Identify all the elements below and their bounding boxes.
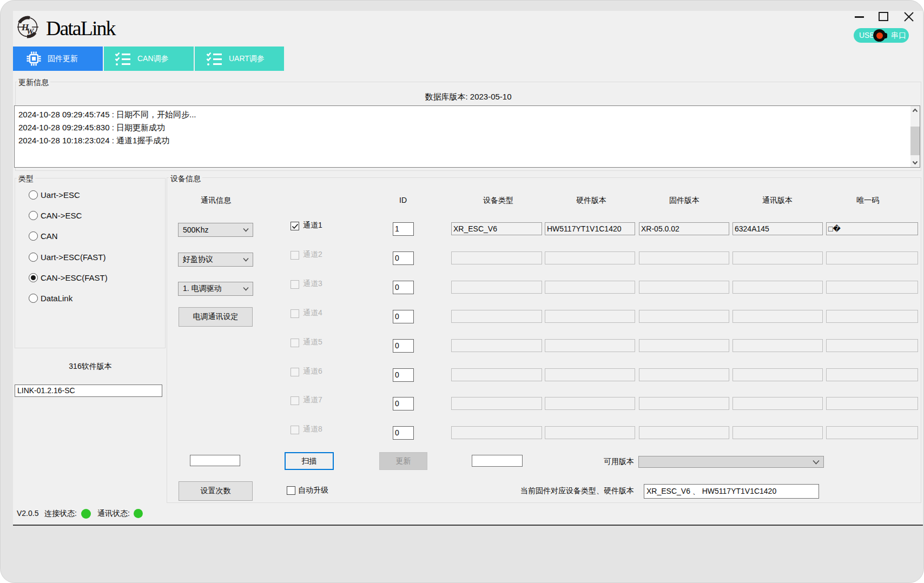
- radio-can-esc[interactable]: CAN->ESC: [29, 210, 82, 220]
- scroll-down-icon[interactable]: [910, 158, 920, 167]
- app-title: DataLink: [46, 16, 115, 40]
- radio-label: CAN->ESC(FAST): [41, 273, 108, 282]
- channel-checkbox[interactable]: [291, 426, 299, 434]
- tab-can-tuning[interactable]: CAN调参: [104, 47, 194, 71]
- checklist-icon: [115, 51, 131, 67]
- channel-hw-version-field: [545, 251, 635, 264]
- set-times-button[interactable]: 设置次数: [179, 481, 253, 501]
- radio-uart-esc[interactable]: Uart->ESC: [29, 190, 80, 200]
- tab-uart-tuning[interactable]: UART调参: [195, 47, 284, 71]
- tab-firmware-update[interactable]: 固件更新: [13, 47, 103, 71]
- usb-serial-toggle[interactable]: USB 串口: [854, 28, 909, 43]
- radio-can[interactable]: CAN: [29, 231, 58, 241]
- channel-id-field[interactable]: 0: [393, 426, 414, 440]
- header-hw-version: 硬件版本: [576, 196, 606, 206]
- channel-id-field[interactable]: 0: [393, 281, 414, 294]
- channel-id-field[interactable]: 0: [393, 368, 414, 382]
- channel-label: 通道7: [303, 395, 322, 405]
- channel-unique-id-field: [826, 251, 918, 264]
- scan-count-field[interactable]: [190, 455, 240, 466]
- software-version-label: 316软件版本: [15, 362, 166, 372]
- channel-comm-version-field: [732, 426, 823, 439]
- channel-checkbox[interactable]: [291, 368, 299, 376]
- channel-hw-version-field: HW5117YT1V1C1420: [545, 222, 635, 235]
- current-fw-field[interactable]: XR_ESC_V6 、 HW5117YT1V1C1420: [644, 484, 819, 499]
- log-scrollbar-thumb[interactable]: [910, 127, 920, 155]
- chevron-down-icon: [243, 257, 249, 262]
- log-scrollbar[interactable]: [910, 106, 920, 167]
- radio-circle[interactable]: [29, 231, 38, 241]
- channel-hw-version-field: [545, 281, 635, 294]
- update-count-field[interactable]: [472, 455, 523, 467]
- update-log[interactable]: 2024-10-28 09:29:45:745 : 日期不同，开始同步... 2…: [14, 105, 920, 168]
- radio-datalink[interactable]: DataLink: [29, 293, 72, 303]
- status-version: V2.0.5: [17, 509, 38, 518]
- channel-id-field[interactable]: 0: [393, 310, 414, 323]
- channel-id-field[interactable]: 0: [393, 251, 414, 265]
- channel-fw-version-field: [639, 339, 729, 352]
- radio-label: CAN: [41, 231, 58, 241]
- channel-checkbox[interactable]: [291, 309, 299, 318]
- channel-id-field[interactable]: 0: [393, 397, 414, 410]
- available-version-dropdown[interactable]: [638, 456, 824, 468]
- radio-can-esc-fast[interactable]: CAN->ESC(FAST): [29, 273, 108, 282]
- channel-unique-id-field: [826, 368, 918, 381]
- scroll-up-icon[interactable]: [910, 106, 920, 115]
- chevron-down-icon: [243, 287, 249, 291]
- channel-device-type-field: [451, 339, 542, 352]
- check-icon: [292, 223, 299, 229]
- current-fw-label: 当前固件对应设备类型、硬件版本: [520, 486, 634, 496]
- protocol-dropdown-value: 好盈协议: [183, 255, 213, 264]
- channel-checkbox[interactable]: [291, 222, 299, 230]
- status-comm-label: 通讯状态:: [97, 509, 130, 519]
- status-conn-label: 连接状态:: [44, 509, 77, 519]
- channel-comm-version-field: [732, 368, 823, 381]
- channel-label: 通道5: [303, 337, 322, 347]
- channel-checkbox[interactable]: [291, 396, 299, 405]
- channel-comm-version-field: [732, 310, 823, 323]
- channel-device-type-field: [451, 426, 542, 439]
- mode-dropdown[interactable]: 1. 电调驱动: [178, 282, 253, 296]
- baud-dropdown-value: 500Khz: [183, 226, 208, 234]
- channel-hw-version-field: [545, 339, 635, 352]
- channel-checkbox[interactable]: [291, 280, 299, 289]
- checklist-icon: [206, 51, 222, 67]
- radio-circle[interactable]: [29, 190, 38, 200]
- close-button[interactable]: [903, 11, 914, 22]
- esc-comm-settings-button[interactable]: 电调通讯设定: [179, 307, 253, 327]
- channel-device-type-field: [451, 368, 542, 381]
- tab-can-tuning-label: CAN调参: [137, 54, 169, 64]
- channel-unique-id-field: [826, 339, 918, 352]
- radio-circle[interactable]: [29, 273, 38, 282]
- channel-checkbox[interactable]: [291, 339, 299, 347]
- channel-hw-version-field: [545, 368, 635, 381]
- radio-circle[interactable]: [29, 253, 38, 262]
- maximize-button[interactable]: [879, 12, 888, 21]
- header-unique-id: 唯一码: [856, 196, 879, 206]
- update-button[interactable]: 更新: [379, 452, 427, 470]
- toggle-serial-label: 串口: [891, 28, 906, 42]
- scan-button[interactable]: 扫描: [285, 452, 334, 470]
- software-version-field[interactable]: LINK-01.2.16-SC: [15, 385, 162, 397]
- minimize-button[interactable]: [855, 16, 864, 18]
- conn-status-dot: [81, 509, 91, 519]
- channel-comm-version-field: [732, 397, 823, 410]
- radio-label: Uart->ESC(FAST): [41, 253, 105, 262]
- radio-circle[interactable]: [29, 211, 38, 220]
- channel-label: 通道6: [303, 367, 322, 376]
- auto-upgrade-checkbox[interactable]: [287, 486, 295, 495]
- channel-checkbox[interactable]: [291, 251, 299, 260]
- protocol-dropdown[interactable]: 好盈协议: [178, 253, 253, 267]
- available-version-label: 可用版本: [604, 457, 634, 467]
- radio-uart-esc-fast[interactable]: Uart->ESC(FAST): [29, 252, 105, 262]
- radio-label: CAN->ESC: [41, 211, 82, 220]
- channel-hw-version-field: [545, 397, 635, 410]
- channel-id-field[interactable]: 0: [393, 339, 414, 353]
- chevron-down-icon: [813, 460, 820, 465]
- app-window: H W DataLink USB 串口 固件更新: [0, 0, 924, 583]
- channel-label: 通道3: [303, 279, 322, 289]
- radio-circle[interactable]: [29, 294, 38, 303]
- header-id: ID: [399, 196, 407, 204]
- baud-dropdown[interactable]: 500Khz: [178, 223, 253, 237]
- channel-id-field[interactable]: 1: [393, 222, 414, 236]
